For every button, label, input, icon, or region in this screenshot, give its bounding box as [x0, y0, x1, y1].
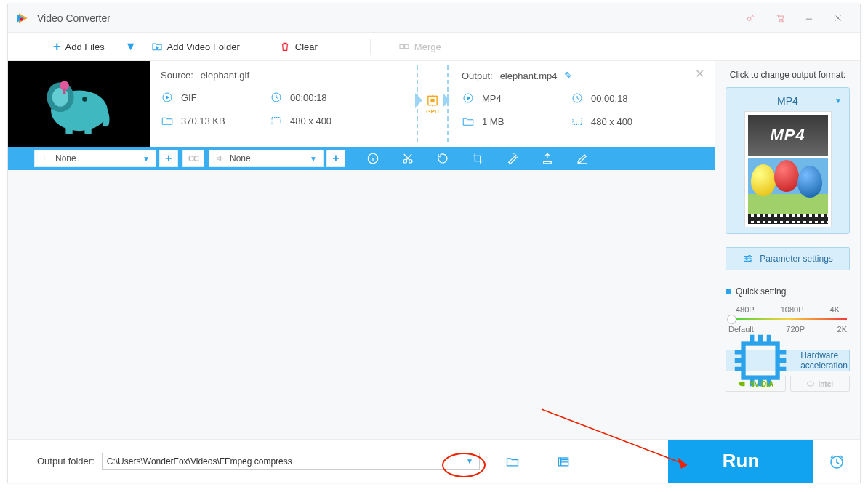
gpu-chip-icon: GPU	[423, 93, 442, 115]
add-folder-label: Add Video Folder	[167, 41, 240, 52]
cc-button[interactable]: CC	[182, 150, 204, 167]
conversion-divider: GPU	[414, 61, 451, 147]
format-icon	[462, 92, 475, 105]
tick-720p: 720P	[786, 325, 805, 334]
svg-point-2	[779, 20, 781, 22]
svg-rect-19	[272, 118, 281, 124]
file-list: Source: elephant.gif GIF 00:00:18 370.13…	[8, 61, 715, 439]
schedule-button[interactable]	[813, 440, 860, 483]
merge-label: Merge	[414, 41, 441, 52]
intel-badge[interactable]: Intel	[790, 376, 851, 392]
hw-label: Hardware acceleration	[800, 350, 849, 371]
effects-tool[interactable]	[495, 147, 530, 170]
folder-video-icon	[151, 41, 163, 52]
chevron-down-icon: ▼	[288, 155, 317, 163]
right-panel: Click to change output format: MP4 ▼ MP4…	[715, 61, 860, 439]
svg-point-29	[746, 258, 748, 260]
browse-folder-button[interactable]	[494, 440, 531, 483]
svg-rect-16	[63, 89, 66, 94]
chevron-down-icon: ▼	[121, 155, 150, 163]
audio-track-select[interactable]: None ▼	[209, 150, 324, 167]
svg-rect-8	[405, 44, 409, 48]
rotate-tool[interactable]	[425, 147, 460, 170]
output-size: 1 MB	[482, 116, 504, 127]
output-format-selector[interactable]: MP4 ▼ MP4	[726, 87, 850, 234]
edit-tool[interactable]	[565, 147, 600, 170]
slider-thumb[interactable]	[727, 315, 736, 324]
svg-point-11	[52, 88, 68, 107]
source-label: Source:	[161, 70, 193, 81]
output-folder-label: Output folder:	[37, 456, 95, 467]
info-tool[interactable]	[355, 147, 390, 170]
clock-icon	[571, 92, 584, 105]
parameter-settings-button[interactable]: Parameter settings	[726, 247, 850, 270]
clear-button[interactable]: Clear	[270, 32, 326, 61]
cut-tool[interactable]	[390, 147, 425, 170]
nvidia-badge[interactable]: NVIDIA	[726, 376, 786, 392]
tick-2k: 2K	[837, 325, 847, 334]
folder-size-icon	[161, 114, 174, 127]
file-row: Source: elephant.gif GIF 00:00:18 370.13…	[8, 61, 715, 170]
remove-file-button[interactable]: ✕	[695, 67, 704, 81]
plus-icon: +	[53, 39, 61, 55]
source-info: Source: elephant.gif GIF 00:00:18 370.13…	[150, 61, 414, 147]
toolbar: + Add Files ▼ Add Video Folder Clear Mer…	[8, 32, 860, 61]
svg-point-32	[808, 382, 814, 386]
source-duration: 00:00:18	[290, 92, 327, 103]
tick-4k: 4K	[830, 305, 840, 314]
gpu-label: GPU	[426, 108, 438, 115]
audio-value: None	[230, 153, 251, 164]
resolution-icon	[270, 114, 283, 127]
source-format: GIF	[181, 92, 197, 103]
register-icon[interactable]	[736, 4, 765, 32]
edit-output-name-icon[interactable]: ✎	[564, 70, 573, 81]
svg-point-3	[782, 20, 784, 22]
minimize-button[interactable]	[795, 4, 824, 32]
bottom-bar: Output folder: C:\Users\WonderFox\Videos…	[8, 439, 860, 483]
add-files-label: Add Files	[65, 41, 105, 52]
file-edit-strip: None ▼ + CC None ▼ +	[8, 147, 715, 170]
tick-default: Default	[728, 325, 754, 334]
open-output-folder-button[interactable]	[545, 440, 582, 483]
app-logo-icon	[15, 11, 30, 25]
add-audio-button[interactable]: +	[326, 150, 345, 167]
output-resolution: 480 x 400	[591, 116, 632, 127]
output-format: MP4	[482, 93, 502, 104]
svg-rect-7	[400, 44, 403, 48]
folder-size-icon	[462, 115, 475, 128]
add-files-dropdown[interactable]: ▼	[125, 40, 137, 53]
close-button[interactable]	[824, 4, 853, 32]
cart-icon[interactable]	[765, 4, 795, 32]
add-folder-button[interactable]: Add Video Folder	[142, 32, 249, 61]
parameter-settings-label: Parameter settings	[760, 254, 833, 264]
merge-button[interactable]: Merge	[390, 32, 450, 61]
titlebar: Video Converter	[8, 4, 860, 32]
watermark-tool[interactable]	[530, 147, 565, 170]
file-thumbnail[interactable]	[8, 61, 150, 147]
chevron-down-icon[interactable]: ▼	[466, 457, 473, 465]
svg-point-28	[749, 255, 751, 257]
hardware-acceleration-button[interactable]: Hardware acceleration	[726, 350, 850, 371]
app-title: Video Converter	[37, 12, 736, 24]
subtitle-icon	[41, 153, 51, 164]
svg-rect-21	[430, 99, 434, 102]
output-format-title: Click to change output format:	[726, 70, 850, 80]
speaker-icon	[215, 153, 225, 164]
svg-point-0	[20, 18, 23, 21]
format-thumb: MP4	[744, 111, 832, 227]
crop-tool[interactable]	[460, 147, 495, 170]
run-button[interactable]: Run	[668, 440, 813, 483]
add-subtitle-button[interactable]: +	[159, 150, 178, 167]
subtitle-select[interactable]: None ▼	[34, 150, 156, 167]
quality-slider[interactable]: 480P 1080P 4K Default 720P 2K	[726, 305, 850, 334]
svg-rect-13	[65, 125, 72, 134]
output-filename: elephant.mp4	[500, 70, 558, 81]
output-info: Output: elephant.mp4 ✎ MP4 00:00:18 1 MB…	[451, 61, 715, 147]
resolution-icon	[571, 115, 584, 128]
tick-480p: 480P	[736, 305, 755, 314]
source-size: 370.13 KB	[181, 116, 225, 126]
source-resolution: 480 x 400	[290, 116, 331, 126]
output-folder-input[interactable]: C:\Users\WonderFox\Videos\FFmpeg compres…	[102, 453, 480, 470]
source-filename: elephant.gif	[201, 70, 249, 81]
add-files-button[interactable]: + Add Files	[44, 32, 113, 61]
